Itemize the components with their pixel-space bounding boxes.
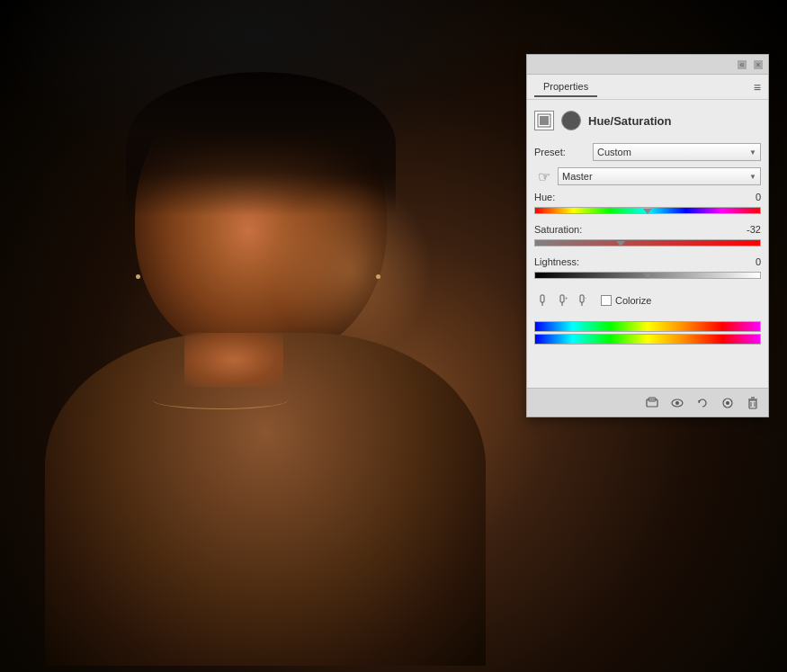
adjustment-title: Hue/Saturation [588,114,671,128]
visibility-button[interactable] [667,393,687,413]
hue-thumb[interactable] [643,209,652,214]
saturation-slider-row: Saturation: -32 [534,224,761,249]
lightness-track-container[interactable] [534,269,761,282]
preset-arrow-icon: ▼ [749,148,756,157]
colorize-option: Colorize [601,295,651,306]
necklace [153,391,288,409]
panel-titlebar: « × [527,55,768,75]
saturation-label-row: Saturation: -32 [534,224,761,235]
preset-label: Preset: [534,147,593,157]
eyedropper2-svg: + [556,294,568,307]
reset-button[interactable] [693,393,712,413]
svg-rect-17 [749,400,756,408]
channel-row: ☞ Master ▼ [534,166,761,186]
eyedropper3-svg: - [576,294,588,307]
saturation-track[interactable] [534,239,761,246]
visibility-icon [670,396,684,410]
svg-text:+: + [565,295,568,300]
tab-bar: Properties ≡ [527,75,768,100]
subtract-eyedropper-icon[interactable]: - [574,292,590,309]
hue-value: 0 [734,192,761,202]
reset-icon [695,396,710,410]
view-button[interactable] [718,393,738,413]
collapse-button[interactable]: « [738,60,747,69]
properties-panel: « × Properties ≡ Hue/Saturation Preset: … [526,54,769,417]
layer-icon-svg [537,113,551,128]
color-bar-top [534,321,761,332]
bottom-toolbar [527,388,768,417]
hue-track[interactable] [534,207,761,214]
clip-to-layer-button[interactable] [642,393,662,413]
lightness-track[interactable] [534,272,761,279]
channel-value: Master [562,171,593,182]
mask-thumbnail-icon[interactable] [561,111,581,130]
svg-rect-2 [541,295,544,302]
sample-eyedropper-icon[interactable] [534,292,550,309]
lightness-slider-row: Lightness: 0 [534,256,761,282]
svg-rect-1 [540,116,549,125]
hue-track-container[interactable] [534,204,761,217]
channel-dropdown[interactable]: Master ▼ [558,167,761,185]
titlebar-buttons: « × [738,60,763,69]
lightness-thumb[interactable] [643,273,652,279]
target-adjustment-icon[interactable]: ☞ [534,166,554,186]
eyedropper1-svg [536,294,549,307]
panel-spacer [534,345,761,381]
adjustment-header: Hue/Saturation [534,107,761,134]
svg-rect-4 [560,295,564,302]
preset-value: Custom [597,147,631,157]
preset-row: Preset: Custom ▼ [534,143,761,161]
person-neck [184,333,283,387]
person-head [135,72,387,360]
panel-menu-icon[interactable]: ≡ [754,80,761,94]
tools-row: + - Colorize [534,289,761,312]
tab-properties[interactable]: Properties [534,77,597,97]
saturation-value: -32 [734,224,761,235]
hue-label-row: Hue: 0 [534,192,761,202]
preset-dropdown[interactable]: Custom ▼ [593,143,761,161]
saturation-label: Saturation: [534,224,582,235]
earring-left [136,274,140,279]
lightness-label-row: Lightness: 0 [534,256,761,267]
person-silhouette [27,72,504,666]
add-eyedropper-icon[interactable]: + [554,292,570,309]
saturation-track-container[interactable] [534,237,761,249]
delete-icon [746,396,760,410]
panel-content: Hue/Saturation Preset: Custom ▼ ☞ Master… [527,100,768,388]
earring-right [376,274,380,279]
clip-icon [645,396,659,410]
color-bars [534,321,761,345]
layer-thumbnail-icon[interactable] [534,111,554,130]
delete-button[interactable] [743,393,763,413]
colorize-checkbox[interactable] [601,295,612,306]
saturation-thumb[interactable] [616,241,625,246]
lightness-value: 0 [734,256,761,267]
channel-arrow-icon: ▼ [749,173,756,181]
svg-point-13 [675,401,679,405]
color-bar-bottom [534,334,761,345]
lightness-label: Lightness: [534,256,579,267]
hue-slider-row: Hue: 0 [534,192,761,217]
svg-rect-7 [580,295,584,302]
svg-point-16 [726,401,729,405]
hue-label: Hue: [534,192,555,202]
view-icon [720,396,735,410]
colorize-label: Colorize [615,295,651,306]
close-button[interactable]: × [754,60,763,69]
svg-text:-: - [585,295,586,300]
